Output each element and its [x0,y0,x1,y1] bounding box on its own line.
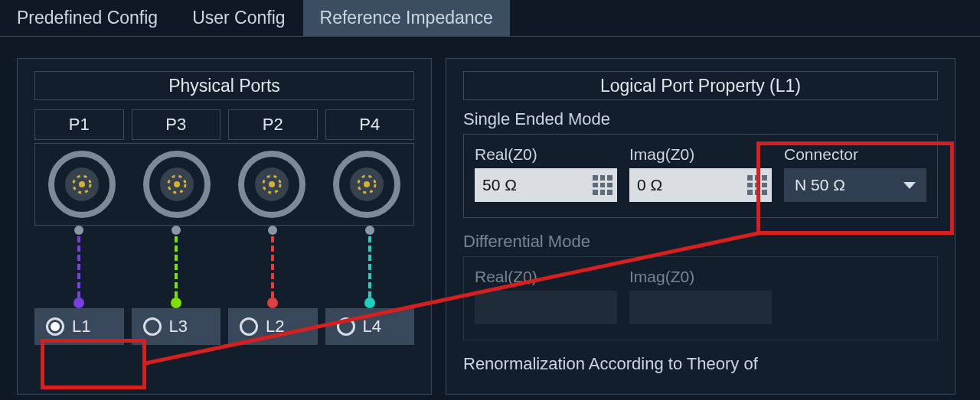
port-labels-row: P1 P3 P2 P4 [34,109,414,140]
radio-icon [143,317,162,336]
connector-p3[interactable] [133,150,220,219]
logical-label: L2 [266,317,284,337]
single-ended-group: Real(Z0) 50 Ω Imag(Z0) 0 Ω Connector N 5… [463,134,938,218]
diff-imag-z0-field: Imag(Z0) [629,268,772,324]
keypad-icon[interactable] [747,175,767,195]
tab-label: User Config [192,8,285,28]
connector-icon [237,150,306,219]
svg-point-11 [269,181,275,187]
connector-field: Connector N 50 Ω [784,145,926,202]
field-label: Imag(Z0) [629,145,772,164]
port-label-p2: P2 [228,109,318,140]
wire-l3 [132,226,221,308]
keypad-icon[interactable] [593,175,612,195]
radio-icon [46,317,64,336]
connector-p1[interactable] [38,150,126,219]
real-z0-field: Real(Z0) 50 Ω [475,145,617,202]
input-value: 0 Ω [637,176,743,194]
logical-port-l1[interactable]: L1 [34,308,124,345]
connector-icon [142,150,211,219]
connector-icon [47,150,116,219]
differential-label: Differential Mode [463,232,938,252]
chevron-down-icon [903,182,916,189]
diff-imag-z0-input [629,291,772,324]
input-value: 50 Ω [482,176,588,194]
logical-port-l2[interactable]: L2 [228,308,318,345]
svg-point-3 [79,181,85,187]
port-label-p1: P1 [34,109,124,140]
connectors-box [34,143,414,226]
connector-icon [332,150,401,219]
tab-bar: Predefined Config User Config Reference … [0,0,980,37]
port-label-p4: P4 [325,109,415,140]
imag-z0-input[interactable]: 0 Ω [629,168,772,202]
svg-point-7 [174,181,180,187]
logical-label: L4 [363,317,381,337]
tab-label: Reference Impedance [320,8,493,28]
content-area: Physical Ports P1 P3 P2 P4 [0,37,980,395]
field-label: Real(Z0) [475,268,617,286]
imag-z0-field: Imag(Z0) 0 Ω [629,145,772,202]
title-text: Physical Ports [168,76,280,96]
real-z0-input[interactable]: 50 Ω [475,168,617,202]
tab-label: Predefined Config [17,8,158,28]
wire-l2 [228,226,318,308]
select-value: N 50 Ω [795,176,845,194]
differential-group: Real(Z0) Imag(Z0) . [463,256,938,340]
wire-l4 [325,226,415,308]
logical-port-l4[interactable]: L4 [325,308,415,345]
port-label-p3: P3 [132,109,221,140]
tab-predefined-config[interactable]: Predefined Config [0,0,175,36]
logical-label: L1 [72,317,90,337]
field-label: Imag(Z0) [629,268,772,286]
panel-title: Physical Ports [34,71,414,100]
wire-l1 [34,226,124,308]
field-label: Connector [784,145,926,164]
title-text: Logical Port Property (L1) [600,76,801,96]
connector-p2[interactable] [228,150,315,219]
field-label: Real(Z0) [475,145,617,164]
connector-p4[interactable] [323,150,410,219]
logical-port-property-panel: Logical Port Property (L1) Single Ended … [446,58,956,395]
radio-icon [337,317,355,336]
renormalization-label: Renormalization According to Theory of [463,354,938,374]
panel-title: Logical Port Property (L1) [463,71,938,100]
logical-port-l3[interactable]: L3 [132,308,221,345]
tab-user-config[interactable]: User Config [175,0,302,36]
diff-real-z0-input [475,291,617,324]
logical-ports-row: L1 L3 L2 L4 [34,308,414,345]
physical-ports-panel: Physical Ports P1 P3 P2 P4 [17,58,432,395]
connection-lines-row [34,226,414,308]
diff-real-z0-field: Real(Z0) [475,268,617,324]
single-ended-label: Single Ended Mode [463,109,938,129]
connector-select[interactable]: N 50 Ω [784,168,926,202]
logical-label: L3 [169,317,188,337]
svg-point-15 [364,181,370,187]
tab-reference-impedance[interactable]: Reference Impedance [303,0,511,36]
radio-icon [240,317,258,336]
